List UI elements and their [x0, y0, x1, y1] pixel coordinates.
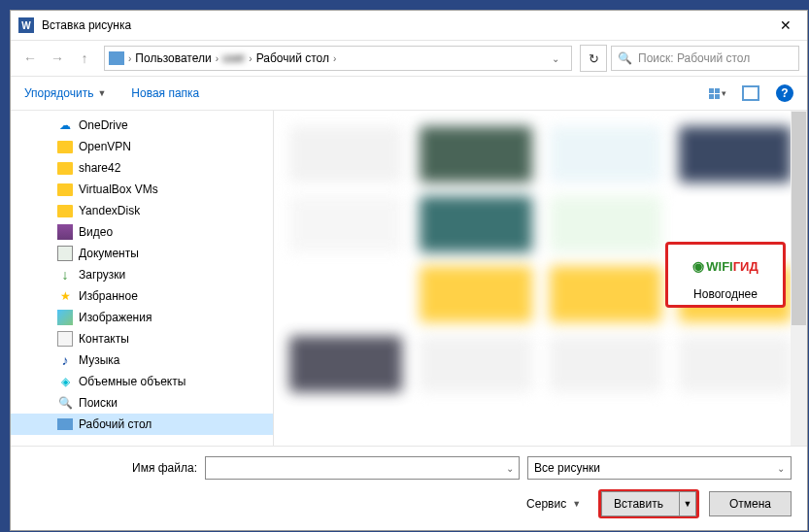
tools-menu[interactable]: Сервис ▼ [526, 497, 581, 511]
file-list-pane[interactable]: ◉ WIFIГИД Новогоднее [274, 111, 807, 446]
sidebar-item-onedrive[interactable]: ☁OneDrive [11, 115, 273, 136]
sidebar-item-music[interactable]: ♪Музыка [11, 349, 273, 371]
download-icon: ↓ [57, 267, 73, 283]
sidebar-item-pictures[interactable]: Изображения [11, 307, 273, 328]
sidebar-item-favorites[interactable]: ★Избранное [11, 285, 273, 307]
file-type-filter[interactable]: Все рисунки ⌄ [527, 456, 792, 480]
location-icon [109, 51, 124, 65]
sidebar-item-documents[interactable]: Документы [11, 243, 273, 264]
file-name-label: Новогоднее [672, 287, 779, 301]
search-placeholder: Поиск: Рабочий стол [638, 51, 750, 65]
scrollbar[interactable] [791, 111, 807, 446]
nav-forward-button[interactable]: → [46, 47, 69, 70]
chevron-right-icon: › [216, 53, 219, 64]
breadcrumb-item[interactable]: Рабочий стол [256, 51, 329, 65]
filename-label: Имя файла: [26, 461, 197, 475]
contacts-icon [57, 331, 73, 347]
view-large-icons-button[interactable]: ▾ [704, 82, 731, 105]
chevron-down-icon: ▼ [572, 499, 581, 509]
cloud-icon: ☁ [57, 117, 73, 133]
document-icon [57, 246, 73, 261]
images-icon [57, 310, 73, 325]
toolbar: Упорядочить ▼ Новая папка ▾ ? [11, 77, 807, 111]
chevron-right-icon: › [333, 53, 336, 64]
chevron-down-icon: ▼ [97, 88, 106, 98]
grid-icon [709, 88, 720, 99]
preview-icon [742, 85, 759, 101]
navigation-bar: ← → ↑ › Пользователи › user › Рабочий ст… [11, 41, 807, 77]
dialog-bottom: Имя файла: ⌄ Все рисунки ⌄ Сервис ▼ Вста… [11, 446, 807, 530]
search-input[interactable]: 🔍 Поиск: Рабочий стол [611, 46, 799, 71]
body-area: ☁OneDrive OpenVPN share42 VirtualBox VMs… [11, 111, 807, 446]
nav-back-button[interactable]: ← [18, 47, 42, 70]
navigation-tree[interactable]: ☁OneDrive OpenVPN share42 VirtualBox VMs… [11, 111, 274, 446]
folder-icon [57, 183, 73, 196]
breadcrumb-item[interactable]: user [222, 51, 245, 65]
sidebar-item-searches[interactable]: 🔍Поиски [11, 392, 273, 414]
titlebar: W Вставка рисунка ✕ [11, 11, 807, 41]
insert-dropdown[interactable]: ▼ [680, 491, 696, 516]
video-icon [57, 224, 73, 240]
address-dropdown[interactable]: ⌄ [552, 53, 567, 64]
music-icon: ♪ [57, 352, 73, 368]
chevron-down-icon: ▾ [722, 88, 726, 98]
chevron-right-icon: › [249, 53, 252, 64]
preview-pane-button[interactable] [737, 82, 764, 105]
address-bar[interactable]: › Пользователи › user › Рабочий стол › ⌄ [104, 46, 572, 71]
chevron-down-icon: ⌄ [777, 463, 785, 474]
new-folder-button[interactable]: Новая папка [131, 86, 199, 100]
file-thumbnail: ◉ WIFIГИД [680, 250, 771, 282]
scrollbar-thumb[interactable] [792, 112, 806, 325]
filename-input[interactable]: ⌄ [205, 456, 520, 480]
sidebar-item-contacts[interactable]: Контакты [11, 328, 273, 349]
file-item-selected[interactable]: ◉ WIFIГИД Новогоднее [665, 242, 786, 308]
refresh-button[interactable]: ↻ [580, 45, 607, 72]
sidebar-item-share42[interactable]: share42 [11, 157, 273, 179]
cancel-button[interactable]: Отмена [709, 491, 792, 516]
insert-picture-dialog: W Вставка рисунка ✕ ← → ↑ › Пользователи… [10, 10, 808, 531]
folder-icon [57, 162, 73, 175]
sidebar-item-3dobjects[interactable]: ◈Объемные объекты [11, 371, 273, 392]
folder-icon [57, 141, 73, 153]
insert-button[interactable]: Вставить ▼ [598, 489, 699, 518]
help-button[interactable]: ? [776, 84, 793, 102]
sidebar-item-desktop[interactable]: Рабочий стол [11, 414, 273, 435]
sidebar-item-yandexdisk[interactable]: YandexDisk [11, 200, 273, 221]
word-app-icon: W [18, 17, 34, 33]
sidebar-item-virtualbox[interactable]: VirtualBox VMs [11, 179, 273, 200]
organize-menu[interactable]: Упорядочить ▼ [24, 86, 106, 100]
nav-up-button[interactable]: ↑ [73, 47, 96, 70]
folder-icon [57, 205, 73, 217]
dialog-title: Вставка рисунка [42, 18, 764, 32]
breadcrumb-item[interactable]: Пользователи [135, 51, 211, 65]
sidebar-item-openvpn[interactable]: OpenVPN [11, 136, 273, 157]
cube-icon: ◈ [57, 374, 73, 389]
chevron-right-icon: › [128, 53, 131, 64]
sidebar-item-downloads[interactable]: ↓Загрузки [11, 264, 273, 285]
search-icon: 🔍 [618, 51, 632, 65]
desktop-icon [57, 418, 73, 430]
close-button[interactable]: ✕ [764, 11, 807, 40]
sidebar-item-videos[interactable]: Видео [11, 221, 273, 243]
search-icon: 🔍 [57, 395, 73, 411]
filename-dropdown[interactable]: ⌄ [501, 463, 519, 474]
star-icon: ★ [57, 288, 73, 304]
